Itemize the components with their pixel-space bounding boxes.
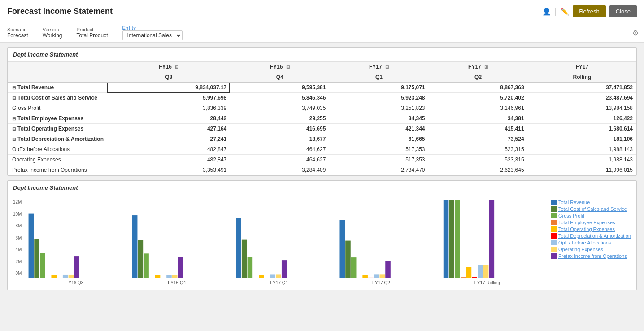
expand-row-icon[interactable]: ⊞ — [12, 96, 16, 100]
row-cell[interactable]: 517,353 — [329, 155, 428, 165]
expand-row-icon[interactable]: ⊞ — [12, 126, 16, 131]
row-cell[interactable]: 1,680,614 — [528, 124, 636, 134]
bar-rect — [167, 275, 172, 278]
legend-label[interactable]: OpEx before Allocations — [558, 240, 611, 245]
table-row[interactable]: ⊞Total Depreciation & Amortization27,241… — [8, 134, 636, 144]
close-button[interactable]: Close — [609, 5, 637, 17]
table-row[interactable]: OpEx before Allocations482,847464,627517… — [8, 144, 636, 155]
legend-label[interactable]: Total Employee Expenses — [558, 220, 615, 225]
table-row[interactable]: ⊞Total Employee Expenses28,44229,25534,3… — [8, 113, 636, 124]
row-cell[interactable]: 3,146,961 — [429, 103, 528, 113]
settings-icon[interactable]: ⚙ — [632, 29, 639, 37]
row-cell[interactable]: 73,524 — [429, 134, 528, 144]
row-cell[interactable]: 37,471,852 — [528, 83, 636, 93]
row-cell[interactable]: 13,984,158 — [528, 103, 636, 113]
table-row[interactable]: Gross Profit3,836,3393,749,0353,251,8233… — [8, 103, 636, 113]
row-cell[interactable]: 9,595,381 — [230, 83, 329, 93]
row-cell[interactable]: 61,665 — [329, 134, 428, 144]
legend-label[interactable]: Total Cost of Sales and Service — [558, 206, 627, 212]
edit-icon[interactable]: ✏️ — [560, 7, 569, 16]
legend-label[interactable]: Pretax Income from Operations — [558, 253, 627, 259]
entity-select[interactable]: International Sales All Entities North A… — [122, 30, 183, 40]
row-cell[interactable]: 27,241 — [107, 134, 230, 144]
expand-row-icon[interactable]: ⊞ — [12, 137, 16, 142]
legend-label[interactable]: Gross Profit — [558, 213, 584, 218]
bar-rect — [472, 277, 478, 278]
bar-rect — [248, 257, 253, 278]
row-cell[interactable]: 34,381 — [429, 113, 528, 124]
row-cell[interactable]: 3,251,823 — [329, 103, 428, 113]
row-cell[interactable]: 9,175,071 — [329, 83, 428, 93]
x-axis-label: FY17 Rolling — [474, 280, 500, 285]
legend-label[interactable]: Total Operating Expenses — [558, 226, 615, 232]
row-cell[interactable]: 464,627 — [230, 144, 329, 155]
row-cell[interactable]: 2,623,645 — [429, 165, 528, 175]
entity-filter[interactable]: Entity International Sales All Entities … — [122, 25, 183, 40]
row-cell[interactable]: 9,834,037.17 — [107, 83, 230, 93]
expand-fy16q4[interactable]: ⊞ — [286, 65, 290, 70]
row-cell[interactable]: 11,996,015 — [528, 165, 636, 175]
legend-item: Gross Profit — [551, 213, 631, 218]
row-cell[interactable]: 29,255 — [230, 113, 329, 124]
row-cell[interactable]: 416,695 — [230, 124, 329, 134]
row-cell[interactable]: 523,315 — [429, 155, 528, 165]
chart-svg-container: FY16 Q3FY16 Q4FY17 Q1FY17 Q2FY17 Rolling — [23, 200, 542, 285]
bar-rect — [69, 275, 74, 278]
product-label: Product — [76, 27, 108, 32]
legend-color-box — [551, 240, 557, 245]
row-cell[interactable]: 482,847 — [107, 144, 230, 155]
col-header-fy17q2-group[interactable]: FY17 ⊞ — [429, 62, 528, 72]
table-row[interactable]: Operating Expenses482,847464,627517,3535… — [8, 155, 636, 165]
row-cell[interactable]: 5,997,698 — [107, 93, 230, 103]
bar-rect — [132, 215, 138, 278]
row-cell[interactable]: 1,988,143 — [528, 155, 636, 165]
expand-fy16q3[interactable]: ⊞ — [175, 65, 178, 70]
row-cell[interactable]: 5,720,402 — [429, 93, 528, 103]
row-cell[interactable]: 523,315 — [429, 144, 528, 155]
legend-label[interactable]: Total Revenue — [558, 200, 590, 205]
row-cell[interactable]: 415,411 — [429, 124, 528, 134]
legend-label[interactable]: Operating Expenses — [558, 247, 603, 252]
header-actions: 👤 | ✏️ Refresh Close — [542, 5, 637, 17]
row-cell[interactable]: 181,106 — [528, 134, 636, 144]
bar-rect — [63, 275, 68, 278]
y-axis-label: 12M — [13, 200, 22, 205]
row-cell[interactable]: 126,422 — [528, 113, 636, 124]
row-cell[interactable]: 421,344 — [329, 124, 428, 134]
row-cell[interactable]: 3,836,339 — [107, 103, 230, 113]
row-cell[interactable]: 5,846,346 — [230, 93, 329, 103]
col-header-fy17q1-group[interactable]: FY17 ⊞ — [329, 62, 428, 72]
bar-rect — [489, 200, 495, 278]
row-cell[interactable]: 3,353,491 — [107, 165, 230, 175]
table-row[interactable]: ⊞Total Revenue9,834,037.179,595,3819,175… — [8, 83, 636, 93]
table-row[interactable]: Pretax Income from Operations3,353,4913,… — [8, 165, 636, 175]
refresh-button[interactable]: Refresh — [573, 5, 606, 17]
row-cell[interactable]: 1,988,143 — [528, 144, 636, 155]
row-cell[interactable]: 427,164 — [107, 124, 230, 134]
expand-fy17q1[interactable]: ⊞ — [385, 65, 389, 70]
row-cell[interactable]: 5,923,248 — [329, 93, 428, 103]
row-cell[interactable]: 2,734,470 — [329, 165, 428, 175]
col-header-fy16q3-group[interactable]: FY16 ⊞ — [107, 62, 230, 72]
row-cell[interactable]: 3,284,409 — [230, 165, 329, 175]
expand-fy17q2[interactable]: ⊞ — [484, 65, 488, 70]
row-cell[interactable]: 517,353 — [329, 144, 428, 155]
row-cell[interactable]: 34,345 — [329, 113, 428, 124]
row-cell[interactable]: 28,442 — [107, 113, 230, 124]
table-row[interactable]: ⊞Total Operating Expenses427,164416,6954… — [8, 124, 636, 134]
row-cell[interactable]: 3,749,035 — [230, 103, 329, 113]
users-icon[interactable]: 👤 — [542, 7, 551, 16]
expand-row-icon[interactable]: ⊞ — [12, 85, 16, 90]
row-cell[interactable]: 23,487,694 — [528, 93, 636, 103]
row-cell[interactable]: 8,867,363 — [429, 83, 528, 93]
col-header-fy16q4-group[interactable]: FY16 ⊞ — [230, 62, 329, 72]
legend-color-box — [551, 253, 557, 259]
row-cell[interactable]: 464,627 — [230, 155, 329, 165]
entity-dropdown[interactable]: International Sales All Entities North A… — [122, 30, 183, 40]
row-cell[interactable]: 18,677 — [230, 134, 329, 144]
expand-row-icon[interactable]: ⊞ — [12, 116, 16, 121]
row-cell[interactable]: 482,847 — [107, 155, 230, 165]
legend-label[interactable]: Total Depreciation & Amortization — [558, 233, 631, 239]
table-row[interactable]: ⊞Total Cost of Sales and Service5,997,69… — [8, 93, 636, 103]
bar-rect — [369, 278, 374, 278]
